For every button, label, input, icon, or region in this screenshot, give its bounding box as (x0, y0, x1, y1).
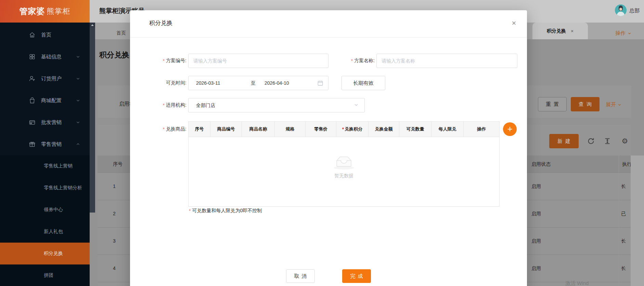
col-goods-name: 商品名称 (242, 122, 275, 137)
goods-table-body: 暂无数据 (189, 137, 499, 206)
col-per-person-limit: 每人限兑 (432, 122, 464, 137)
col-exchange-amount: 兑换金额 (369, 122, 399, 137)
time-label: 可兑时间: (130, 76, 186, 90)
cancel-button[interactable]: 取消 (286, 269, 315, 283)
required-mark: * (351, 58, 353, 64)
date-end[interactable]: 2026-04-10 (265, 76, 289, 90)
col-exchange-qty: 可兑数量 (399, 122, 432, 137)
required-mark: * (163, 126, 165, 132)
org-label: * 适用机构: (130, 98, 186, 112)
empty-box-icon (333, 155, 355, 169)
org-value: 全部门店 (196, 98, 215, 112)
date-range-picker[interactable]: 2026-03-11 至 2026-04-10 (188, 76, 329, 90)
col-exchange-points: * 兑换积分 (336, 122, 369, 137)
modal-title: 积分兑换 (149, 19, 172, 27)
note: * 可兑数量和每人限兑为0即不控制 (189, 208, 262, 214)
col-goods-code: 商品编号 (210, 122, 242, 137)
empty-text: 暂无数据 (334, 173, 353, 179)
add-goods-button[interactable]: + (503, 122, 517, 136)
org-select[interactable]: 全部门店 (188, 98, 365, 112)
goods-label: * 兑换商品: (130, 121, 186, 137)
plan-name-label: * 方案名称: (330, 54, 375, 68)
col-index: 序号 (189, 122, 210, 137)
screen: 熊掌柜演示账号 总部 首页 × 积分兑换 × 操作 积分兑换 启用状态 重置 查… (0, 0, 644, 286)
calendar-icon (317, 80, 323, 86)
done-button[interactable]: 完成 (342, 269, 371, 283)
required-mark: * (189, 208, 191, 214)
plan-code-label: * 方案编号: (130, 54, 186, 68)
points-exchange-modal: 积分兑换 × * 方案编号: * 方案名称: 可兑时间: 2026-03-11 … (130, 10, 527, 286)
plan-code-field[interactable] (188, 54, 329, 68)
required-mark: * (342, 126, 344, 132)
close-icon[interactable]: × (508, 17, 520, 29)
plan-code-input[interactable] (189, 54, 328, 68)
date-start[interactable]: 2026-03-11 (196, 76, 220, 90)
col-spec: 规格 (275, 122, 306, 137)
chevron-down-icon (353, 102, 360, 108)
col-operation: 操作 (464, 122, 499, 137)
divider (130, 37, 527, 38)
plan-name-field[interactable] (376, 54, 517, 68)
required-mark: * (163, 58, 165, 64)
required-mark: * (163, 103, 165, 108)
col-retail-price: 零售价 (306, 122, 336, 137)
empty-state: 暂无数据 (333, 155, 355, 179)
goods-table-header: 序号 商品编号 商品名称 规格 零售价 * 兑换积分 兑换金额 可兑数量 每人限… (189, 122, 499, 137)
goods-table: 序号 商品编号 商品名称 规格 零售价 * 兑换积分 兑换金额 可兑数量 每人限… (188, 121, 500, 207)
date-separator: 至 (251, 76, 256, 90)
long-term-button[interactable]: 长期有效 (342, 76, 385, 90)
plan-name-input[interactable] (377, 54, 517, 68)
